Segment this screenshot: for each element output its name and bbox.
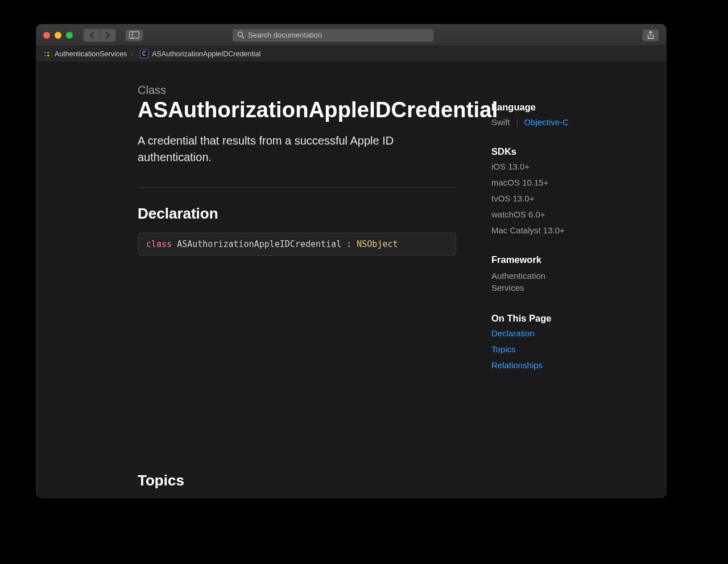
decl-colon: : [341, 239, 357, 249]
search-field[interactable] [232, 28, 434, 42]
language-separator [517, 118, 518, 127]
nav-back-button[interactable] [84, 29, 100, 42]
xcode-doc-window: AuthenticationServices 〉 C ASAuthorizati… [36, 24, 667, 498]
on-this-page-list: Declaration Topics Relationships [491, 328, 611, 370]
framework-heading: Framework [491, 254, 611, 265]
svg-rect-5 [47, 51, 49, 53]
svg-line-3 [242, 36, 244, 38]
framework-name[interactable]: Authentication Services [491, 270, 571, 294]
sdk-item: Mac Catalyst 13.0+ [491, 225, 611, 235]
framework-block: Framework Authentication Services [491, 254, 611, 294]
framework-icon [42, 50, 51, 59]
main-column: Class ASAuthorizationAppleIDCredential A… [36, 62, 474, 497]
sdks-list: iOS 13.0+ macOS 10.15+ tvOS 13.0+ watchO… [491, 162, 611, 235]
content-area: Class ASAuthorizationAppleIDCredential A… [36, 62, 666, 497]
decl-superclass[interactable]: NSObject [357, 239, 398, 249]
otp-link-declaration[interactable]: Declaration [491, 328, 535, 338]
sdk-item: iOS 13.0+ [491, 162, 611, 171]
breadcrumb-leaf: ASAuthorizationAppleIDCredential [152, 50, 260, 58]
close-window-button[interactable] [43, 32, 50, 39]
nav-forward-button[interactable] [100, 29, 115, 42]
breadcrumb-root[interactable]: AuthenticationServices [55, 50, 127, 58]
on-this-page-heading: On This Page [491, 313, 611, 324]
otp-link-relationships[interactable]: Relationships [491, 360, 543, 370]
svg-rect-0 [130, 32, 139, 39]
page-summary: A credential that results from a success… [138, 133, 456, 166]
on-this-page-block: On This Page Declaration Topics Relation… [491, 313, 611, 370]
decl-type-name: ASAuthorizationAppleIDCredential [177, 239, 341, 249]
eyebrow-label: Class [138, 84, 474, 97]
zoom-window-button[interactable] [66, 32, 73, 39]
sdks-heading: SDKs [491, 146, 611, 157]
titlebar [36, 24, 666, 46]
class-icon: C [140, 50, 148, 58]
sdk-item: tvOS 13.0+ [491, 194, 611, 203]
chevron-right-icon: 〉 [130, 50, 136, 58]
svg-rect-7 [47, 55, 49, 57]
minimize-window-button[interactable] [55, 32, 61, 39]
language-heading: Language [491, 102, 611, 113]
search-icon [237, 31, 245, 39]
otp-link-topics[interactable]: Topics [491, 344, 516, 354]
nav-back-forward [83, 28, 116, 42]
decl-keyword: class [146, 239, 172, 249]
svg-rect-4 [44, 51, 47, 53]
toggle-sidebar-button[interactable] [125, 29, 143, 42]
share-button[interactable] [642, 29, 659, 42]
language-swift[interactable]: Swift [491, 117, 510, 127]
section-declaration-heading: Declaration [138, 205, 474, 223]
breadcrumb: AuthenticationServices 〉 C ASAuthorizati… [36, 46, 666, 62]
svg-rect-6 [44, 55, 47, 57]
section-topics-heading: Topics [138, 472, 474, 489]
divider [138, 187, 456, 188]
sdk-item: macOS 10.15+ [491, 178, 611, 187]
language-objc-link[interactable]: Objective-C [524, 117, 569, 127]
sdks-block: SDKs iOS 13.0+ macOS 10.15+ tvOS 13.0+ w… [491, 146, 611, 235]
search-input[interactable] [248, 31, 429, 39]
sdk-item: watchOS 6.0+ [491, 209, 611, 219]
page-title: ASAuthorizationAppleIDCredential [138, 98, 474, 122]
declaration-code: class ASAuthorizationAppleIDCredential :… [138, 233, 456, 256]
language-block: Language Swift Objective-C [491, 102, 611, 127]
aside-column: Language Swift Objective-C SDKs iOS 13.0… [474, 62, 611, 497]
window-controls [43, 32, 73, 39]
